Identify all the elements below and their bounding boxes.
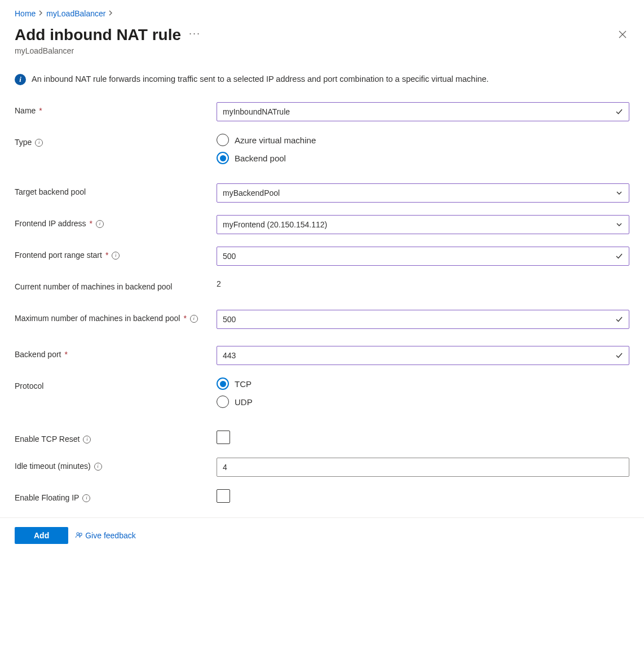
idle-timeout-label: Idle timeout (minutes) <box>15 460 91 472</box>
protocol-radio-udp[interactable]: UDP <box>217 396 629 408</box>
target-pool-value: myBackendPool <box>223 188 615 197</box>
radio-icon <box>217 152 229 164</box>
required-icon: * <box>90 218 92 230</box>
tcp-reset-checkbox[interactable] <box>217 431 230 444</box>
backend-port-input[interactable]: 443 <box>217 346 629 365</box>
help-icon[interactable]: i <box>82 494 90 502</box>
feedback-link[interactable]: Give feedback <box>75 531 136 540</box>
current-machines-value: 2 <box>217 278 629 288</box>
frontend-ip-select[interactable]: myFrontend (20.150.154.112) <box>217 215 629 234</box>
tcp-reset-label: Enable TCP Reset <box>15 433 80 445</box>
floating-ip-label: Enable Floating IP <box>15 492 79 504</box>
floating-ip-checkbox[interactable] <box>217 489 230 503</box>
help-icon[interactable]: i <box>190 315 198 323</box>
protocol-tcp-label: TCP <box>235 379 252 389</box>
svg-point-0 <box>77 533 79 535</box>
type-radio-vm-label: Azure virtual machine <box>235 135 316 145</box>
current-machines-label: Current number of machines in backend po… <box>15 281 172 293</box>
chevron-down-icon <box>615 189 623 197</box>
radio-icon <box>217 396 229 408</box>
check-icon <box>615 108 623 116</box>
backend-port-value: 443 <box>223 351 615 360</box>
chevron-right-icon <box>39 10 43 17</box>
protocol-radio-tcp[interactable]: TCP <box>217 377 629 390</box>
frontend-ip-label: Frontend IP address <box>15 218 86 230</box>
check-icon <box>615 352 623 359</box>
required-icon: * <box>65 349 68 361</box>
close-icon[interactable] <box>616 27 629 43</box>
name-input[interactable]: myInboundNATrule <box>217 102 629 121</box>
frontend-ip-value: myFrontend (20.150.154.112) <box>223 220 615 229</box>
max-machines-input[interactable]: 500 <box>217 310 629 329</box>
frontend-port-value: 500 <box>223 252 615 261</box>
more-icon[interactable]: ··· <box>189 28 201 39</box>
chevron-down-icon <box>615 221 623 229</box>
max-machines-value: 500 <box>223 315 615 324</box>
type-radio-vm[interactable]: Azure virtual machine <box>217 134 629 146</box>
name-label: Name <box>15 105 36 117</box>
help-icon[interactable]: i <box>112 252 120 260</box>
help-icon[interactable]: i <box>83 436 91 444</box>
idle-timeout-input[interactable]: 4 <box>217 458 629 477</box>
breadcrumb: Home myLoadBalancer <box>15 9 629 18</box>
feedback-label: Give feedback <box>85 531 136 540</box>
name-value: myInboundNATrule <box>223 107 615 116</box>
type-label: Type <box>15 137 32 148</box>
target-pool-select[interactable]: myBackendPool <box>217 183 629 203</box>
type-radio-pool[interactable]: Backend pool <box>217 152 629 164</box>
required-icon: * <box>105 249 108 261</box>
target-pool-label: Target backend pool <box>15 186 86 198</box>
help-icon[interactable]: i <box>96 220 104 228</box>
breadcrumb-home[interactable]: Home <box>15 9 36 18</box>
help-icon[interactable]: i <box>94 463 102 471</box>
breadcrumb-resource[interactable]: myLoadBalancer <box>46 9 105 18</box>
frontend-port-input[interactable]: 500 <box>217 247 629 266</box>
required-icon: * <box>39 105 42 117</box>
radio-icon <box>217 377 229 390</box>
frontend-port-label: Frontend port range start <box>15 249 102 261</box>
page-title: Add inbound NAT rule <box>15 26 181 44</box>
chevron-right-icon <box>109 10 113 17</box>
help-icon[interactable]: i <box>35 139 43 147</box>
page-subtitle: myLoadBalancer <box>15 46 629 55</box>
feedback-icon <box>75 532 83 539</box>
add-button[interactable]: Add <box>15 527 68 544</box>
info-text: An inbound NAT rule forwards incoming tr… <box>32 73 489 85</box>
max-machines-label: Maximum number of machines in backend po… <box>15 313 180 324</box>
check-icon <box>615 252 623 260</box>
protocol-label: Protocol <box>15 380 43 392</box>
protocol-udp-label: UDP <box>235 397 253 407</box>
radio-icon <box>217 134 229 146</box>
backend-port-label: Backend port <box>15 349 61 361</box>
idle-timeout-value: 4 <box>223 463 623 472</box>
check-icon <box>615 315 623 323</box>
required-icon: * <box>183 313 186 324</box>
type-radio-pool-label: Backend pool <box>235 153 286 163</box>
info-icon: i <box>15 74 26 85</box>
